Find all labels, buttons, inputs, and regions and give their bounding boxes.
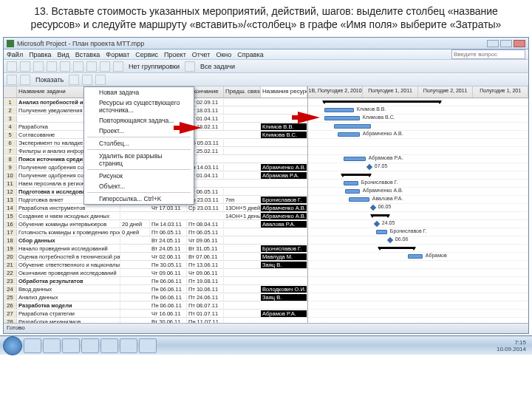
cell-num[interactable]: 3	[4, 115, 17, 122]
table-row[interactable]: 18Сбор данныхВт 24.05.11Чт 09.06.11	[4, 236, 307, 245]
cell-res[interactable]: Абрамченко А.В.	[261, 205, 307, 211]
gantt-bar[interactable]	[334, 124, 371, 129]
cell-link[interactable]: 13ОН+5 дней	[224, 205, 261, 211]
cell-num[interactable]: 27	[4, 310, 17, 317]
menu-item[interactable]: Новая задача	[84, 87, 194, 98]
maximize-button[interactable]	[500, 40, 512, 47]
menu-item[interactable]: Объект...	[84, 181, 194, 191]
gantt-bar[interactable]	[376, 230, 387, 234]
cell-num[interactable]: 13	[4, 197, 17, 203]
table-row[interactable]: 19Начало проведения исследованийВт 24.05…	[4, 245, 307, 253]
outdent-icon[interactable]	[7, 75, 17, 85]
cell-task[interactable]: Сбор данных	[17, 237, 120, 244]
menu-project[interactable]: Проект	[164, 51, 186, 58]
table-row[interactable]: 27Разработка стратегииЧт 16.06.11Пт 01.0…	[4, 310, 307, 318]
menu-file[interactable]: Файл	[7, 51, 23, 58]
cell-num[interactable]: 22	[4, 270, 17, 276]
cell-start[interactable]: Пн 06.06.11	[150, 294, 187, 301]
cell-task[interactable]: Разработка стратегии	[17, 310, 120, 317]
paste-icon[interactable]	[86, 61, 97, 72]
print-icon[interactable]	[47, 61, 57, 72]
cell-num[interactable]: 18	[4, 237, 17, 244]
open-icon[interactable]	[20, 61, 30, 72]
gantt-bar[interactable]	[344, 181, 358, 185]
gantt-bar[interactable]	[371, 214, 389, 216]
cell-res[interactable]: Абрамов Р.А.	[261, 310, 307, 317]
table-row[interactable]: 17Готовность команды к проведению проект…	[4, 228, 307, 236]
cell-task[interactable]: Обучение команды интервьюеров	[17, 221, 120, 228]
cell-num[interactable]: 4	[4, 123, 17, 130]
start-button[interactable]	[3, 336, 22, 355]
link-icon[interactable]	[113, 61, 123, 72]
cell-task[interactable]: Разработка модели	[17, 302, 120, 309]
gantt-bar[interactable]	[408, 254, 423, 259]
cell-end[interactable]: Чт 09.06.11	[187, 270, 224, 276]
cell-num[interactable]: 26	[4, 302, 17, 309]
cell-task[interactable]: Обучение ответственного и национального …	[17, 262, 120, 268]
cell-end[interactable]: Чт 09.06.11	[187, 237, 224, 244]
cell-res[interactable]: Климов В.В.	[261, 123, 307, 130]
cell-task[interactable]: Обработка результатов	[17, 278, 120, 284]
cell-num[interactable]: 10	[4, 172, 17, 179]
save-icon[interactable]	[33, 61, 44, 72]
cell-end[interactable]: Пн 11.07.11	[187, 318, 224, 324]
cell-end[interactable]: Вт 31.05.11	[187, 245, 224, 252]
col-pred[interactable]: Предш. связи	[224, 86, 261, 98]
cell-res[interactable]: Заяц В.	[261, 294, 307, 301]
cell-num[interactable]: 17	[4, 229, 17, 236]
menu-report[interactable]: Отчет	[192, 51, 211, 58]
table-row[interactable]: 26Разработка моделиПн 06.06.11Пт 08.07.1…	[4, 301, 307, 310]
gantt-milestone[interactable]	[374, 221, 380, 227]
cell-num[interactable]: 12	[4, 188, 17, 195]
cell-res[interactable]: Брониславов Г.	[261, 245, 307, 252]
minimize-button[interactable]	[487, 40, 499, 47]
indent-icon[interactable]	[20, 75, 30, 85]
cell-num[interactable]: 20	[4, 253, 17, 260]
bold-icon[interactable]	[69, 75, 79, 85]
cell-res[interactable]: Мавлуда М.	[261, 253, 307, 260]
cell-end[interactable]: Пт 24.06.11	[187, 294, 224, 301]
cell-task[interactable]: Готовность команды к проведению проекта	[17, 229, 120, 236]
taskbar-item[interactable]	[100, 338, 118, 353]
gantt-bar[interactable]	[345, 189, 360, 194]
cell-end[interactable]: Пт 19.08.11	[187, 278, 224, 284]
cell-num[interactable]: 15	[4, 213, 17, 219]
cell-end[interactable]: Вт 07.06.11	[187, 253, 224, 260]
menu-item[interactable]: Гиперссылка... Ctrl+K	[84, 194, 194, 204]
underline-icon[interactable]	[95, 75, 106, 85]
menu-item[interactable]: Столбец...	[84, 138, 194, 149]
table-row[interactable]: 24Ввод данныхПн 06.06.11Пт 10.06.11Волод…	[4, 285, 307, 293]
gantt-bar[interactable]	[324, 116, 360, 120]
gantt-bar[interactable]	[344, 157, 366, 161]
taskbar-item[interactable]	[43, 338, 61, 353]
cell-end[interactable]: Пт 10.06.11	[187, 286, 224, 293]
cell-task[interactable]: Ввод данных	[17, 286, 120, 293]
gantt-bar[interactable]	[323, 100, 441, 103]
menu-window[interactable]: Окно	[216, 51, 231, 58]
cell-res[interactable]: Абрамова Р.А.	[261, 172, 307, 179]
gantt-bar[interactable]	[338, 132, 360, 137]
cell-res[interactable]: Авалова Р.А.	[261, 221, 307, 228]
cell-num[interactable]: 5	[4, 132, 17, 138]
cell-num[interactable]: 21	[4, 262, 17, 268]
menu-item[interactable]: Рисунок	[84, 171, 194, 181]
filter-icon[interactable]	[185, 61, 195, 72]
cell-res[interactable]: Абрамченко А.В.	[261, 164, 307, 171]
gantt-chart[interactable]: 1В, Полугодие 2, 2010 Полугодие 1, 2011 …	[308, 86, 528, 323]
cell-num[interactable]: 2	[4, 107, 17, 114]
cut-icon[interactable]	[60, 61, 70, 72]
cell-start[interactable]: Пн 14.03.11	[150, 221, 187, 228]
cell-dur[interactable]: 20 дней	[120, 221, 150, 228]
cell-start[interactable]: Вт 24.05.11	[150, 237, 187, 244]
system-clock[interactable]: 7:15 10.09.2014	[497, 339, 529, 352]
table-row[interactable]: 20Оценка потребностей в технической рабо…	[4, 253, 307, 261]
menu-insert[interactable]: Вставка	[75, 51, 100, 58]
cell-task[interactable]: Разработка механизмов	[17, 318, 120, 324]
cell-res[interactable]: Брониславов Г.	[261, 197, 307, 203]
table-row[interactable]: 14Разработка инструментовЧт 17.03.11Ср 2…	[4, 204, 307, 212]
cell-start[interactable]: Чт 17.03.11	[150, 205, 187, 211]
taskbar-item[interactable]	[24, 338, 41, 353]
taskbar-item[interactable]	[81, 338, 99, 353]
cell-num[interactable]: 16	[4, 221, 17, 228]
gantt-milestone[interactable]	[387, 237, 393, 243]
